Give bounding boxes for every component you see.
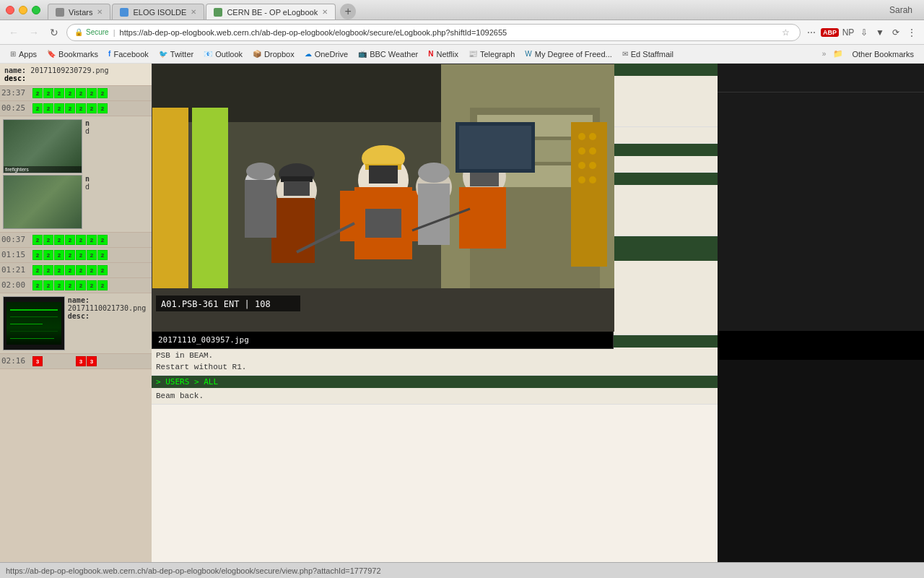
- row-0200: 02:00 2 2 2 2 2 2 2: [0, 278, 152, 293]
- tab-close-elog-isolde[interactable]: ✕: [191, 8, 196, 16]
- gbox: 2: [65, 250, 75, 260]
- tab-cern-elog[interactable]: CERN BE - OP eLogbook ✕: [206, 4, 336, 20]
- boxes-0121: 2 2 2 2 2 2 2: [30, 263, 110, 277]
- gbox: 2: [54, 265, 64, 275]
- tab-close-cern-elog[interactable]: ✕: [322, 8, 328, 16]
- close-button[interactable]: [6, 6, 14, 14]
- wordpress-icon: W: [525, 50, 531, 58]
- bookmark-onedrive[interactable]: ☁ OneDrive: [300, 48, 352, 60]
- content-area[interactable]: > Piquets > PIPO > FireFighter informed …: [152, 64, 718, 562]
- thumbnail-3[interactable]: [3, 296, 65, 350]
- traffic-lights[interactable]: [6, 6, 40, 14]
- bookmark-wordpress[interactable]: W My Degree of Freed...: [520, 48, 616, 60]
- gbox: 2: [32, 265, 43, 275]
- gbox: 2: [87, 280, 97, 290]
- main-area: name: 20171109230729.png desc: 23:37 2 2…: [0, 64, 924, 562]
- new-tab-button[interactable]: +: [340, 4, 356, 20]
- row-0025: 00:25 2 2 2 2 2 2 2: [0, 101, 152, 116]
- tab-label-cern-elog: CERN BE - OP eLogbook: [227, 8, 318, 17]
- gbox: 2: [97, 235, 108, 245]
- gbox: 2: [97, 280, 108, 290]
- bookmark-telegraph[interactable]: 📰 Telegraph: [464, 48, 519, 60]
- image-overlay[interactable]: A01.PSB-361 ENT | 108 20171110_003957.jp…: [152, 64, 614, 349]
- right-top-bar: [718, 64, 924, 92]
- svg-point-16: [578, 176, 585, 184]
- tab-vistars[interactable]: Vistars ✕: [48, 4, 110, 20]
- tab-favicon-cern-elog: [214, 8, 222, 17]
- tab-label-vistars: Vistars: [69, 8, 92, 17]
- folder-icon: 📁: [833, 49, 843, 59]
- bookmark-bookmarks-label: Bookmarks: [58, 50, 98, 59]
- right-content: [718, 331, 924, 562]
- gbox: 2: [65, 103, 75, 113]
- bookmark-bbc-label: BBC Weather: [370, 50, 418, 59]
- tab-elog-isolde[interactable]: ELOG ISOLDE ✕: [112, 4, 204, 20]
- log-header-users-all-5: > USERS > ALL: [152, 376, 718, 388]
- adblock-badge: ABP: [821, 28, 839, 37]
- gbox: 2: [32, 250, 43, 260]
- vpn-icon[interactable]: ▼: [873, 26, 886, 39]
- gbox: 2: [76, 88, 86, 98]
- gbox: 2: [54, 280, 64, 290]
- url-bar[interactable]: 🔒 Secure | https://ab-dep-op-elogbook.we…: [66, 24, 801, 41]
- username-label: Sarah: [889, 5, 918, 15]
- bookmark-apps[interactable]: ⊞ Apps: [6, 48, 41, 60]
- secure-label: Secure: [86, 28, 109, 36]
- thumb1-meta: n d: [85, 119, 90, 173]
- right-black-stripe: [718, 331, 924, 360]
- svg-point-13: [589, 147, 596, 155]
- bookmark-dropbox-label: Dropbox: [264, 50, 295, 59]
- gbox: 2: [43, 265, 53, 275]
- refresh-button[interactable]: ↻: [46, 25, 62, 40]
- bookmark-dropbox[interactable]: 📦 Dropbox: [248, 48, 299, 60]
- svg-rect-30: [271, 198, 315, 263]
- svg-rect-29: [284, 181, 310, 196]
- title-bar: Vistars ✕ ELOG ISOLDE ✕ CERN BE - OP eLo…: [0, 0, 924, 20]
- minimize-button[interactable]: [19, 6, 27, 14]
- arrow-icon[interactable]: ⇩: [858, 26, 871, 39]
- row-2337: 23:37 2 2 2 2 2 2 2: [0, 86, 152, 101]
- bookmark-outlook-label: Outlook: [215, 50, 243, 59]
- svg-rect-23: [340, 191, 354, 241]
- bookmark-outlook[interactable]: 📧 Outlook: [199, 48, 247, 60]
- bookmark-twitter[interactable]: 🐦 Twitter: [154, 48, 198, 60]
- bookmark-bbc-weather[interactable]: 📺 BBC Weather: [354, 48, 422, 60]
- bookmark-bookmarks[interactable]: 🔖 Bookmarks: [43, 48, 103, 60]
- svg-rect-34: [470, 171, 499, 186]
- time-0121: 01:21: [0, 263, 30, 277]
- bookmark-netflix-label: Netflix: [436, 50, 458, 59]
- url-text: https://ab-dep-op-elogbook.web.cern.ch/a…: [120, 28, 777, 37]
- bookmark-ed-staffmail[interactable]: ✉ Ed Staffmail: [618, 48, 678, 60]
- star-icon[interactable]: ☆: [780, 26, 793, 39]
- bookmark-twitter-label: Twitter: [170, 50, 193, 59]
- svg-point-14: [578, 162, 585, 169]
- gbox: 2: [97, 103, 108, 113]
- svg-rect-46: [459, 126, 531, 169]
- bookmark-facebook[interactable]: f Facebook: [104, 48, 153, 60]
- svg-rect-38: [245, 180, 276, 238]
- bookmark-telegraph-label: Telegraph: [480, 50, 515, 59]
- np-icon[interactable]: NP: [842, 26, 855, 39]
- gbox: 2: [87, 103, 97, 113]
- right-panel: [718, 64, 924, 562]
- telegraph-icon: 📰: [468, 50, 477, 58]
- time-0200: 02:00: [0, 278, 30, 293]
- bookmark-staffmail-label: Ed Staffmail: [631, 50, 674, 59]
- url-actions: ☆: [780, 26, 793, 39]
- bookmark-netflix[interactable]: N Netflix: [424, 48, 463, 60]
- bookmark-other-label: Other Bookmarks: [852, 50, 914, 59]
- forward-button[interactable]: →: [26, 25, 42, 40]
- onedrive-icon: ☁: [305, 50, 312, 58]
- tab-close-vistars[interactable]: ✕: [97, 8, 103, 16]
- thumbnail-2[interactable]: [3, 175, 82, 229]
- back-button[interactable]: ←: [6, 25, 22, 40]
- extensions-icon[interactable]: ⋯: [805, 26, 818, 39]
- tab-label-elog-isolde: ELOG ISOLDE: [133, 8, 186, 17]
- bookmark-other[interactable]: Other Bookmarks: [847, 48, 918, 60]
- gbox: 2: [54, 250, 64, 260]
- bookmark-folder-icon[interactable]: 📁: [829, 48, 847, 60]
- translate-icon[interactable]: ⟳: [889, 26, 902, 39]
- more-icon[interactable]: ⋮: [905, 26, 918, 39]
- thumbnail-1[interactable]: firefighters: [3, 119, 82, 173]
- maximize-button[interactable]: [32, 6, 40, 14]
